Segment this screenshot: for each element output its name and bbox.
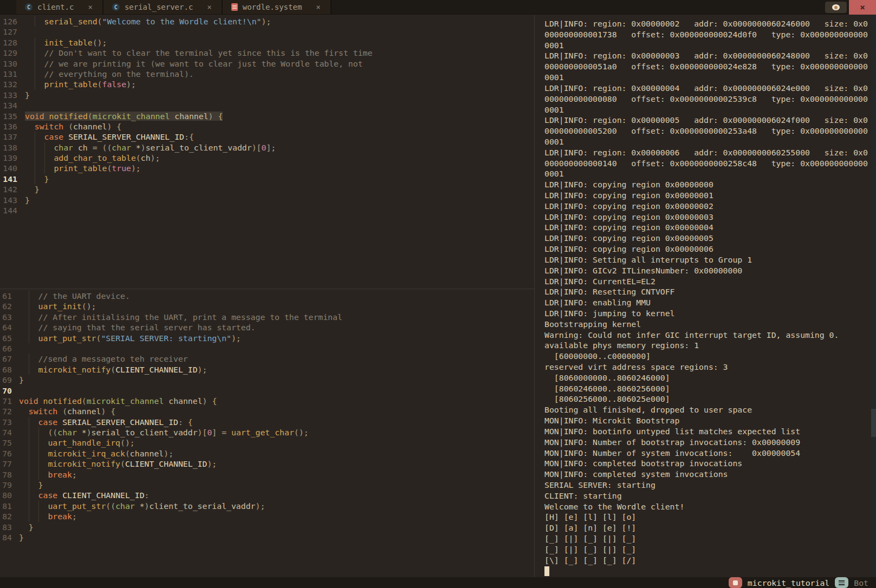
tab-close-icon[interactable]: ×	[88, 3, 92, 11]
terminal-scrollbar[interactable]	[871, 15, 876, 577]
terminal-line: LDR|INFO: copying region 0x00000006	[544, 244, 871, 254]
line-number: 61	[0, 291, 12, 301]
line-number: 137	[0, 132, 17, 142]
line-number: 72	[0, 406, 12, 416]
line-number: 136	[0, 121, 17, 132]
line-number: 74	[0, 427, 12, 437]
terminal-line: 0001	[544, 168, 871, 179]
tab-wordle.system[interactable]: wordle.system×	[223, 0, 332, 14]
code-line-128: 128init_table();	[0, 37, 534, 48]
line-number: 140	[0, 163, 17, 173]
line-number: 143	[0, 195, 17, 205]
window-close-button[interactable]: ×	[849, 0, 876, 15]
tab-serial_server.c[interactable]: Cserial_server.c×	[103, 0, 223, 14]
terminal-line: [60000000..c0000000]	[544, 351, 871, 362]
terminal-cursor	[544, 566, 549, 576]
line-number: 141	[0, 174, 17, 184]
terminal-line: MON|INFO: completed bootstrap invocation…	[544, 458, 871, 469]
code-line-72: 72switch (channel) {	[0, 406, 534, 416]
line-number: 82	[0, 511, 12, 521]
line-number: 142	[0, 184, 17, 194]
code-line-62: 62uart_init();	[0, 301, 534, 311]
terminal-line: LDR|INFO: copying region 0x00000005	[544, 233, 871, 244]
line-number: 70	[0, 386, 12, 396]
code-line-80: 80case CLIENT_CHANNEL_ID:	[0, 490, 534, 500]
terminal-line: MON|INFO: bootinfo untyped list matches …	[544, 426, 871, 437]
line-number: 128	[0, 37, 17, 48]
terminal-line: [_] [|] [_] [|] [_]	[544, 544, 871, 555]
line-number: 83	[0, 522, 12, 532]
line-number: 63	[0, 312, 12, 322]
terminal-line: SERIAL SERVER: starting	[544, 480, 871, 491]
code-line-73: 73case SERIAL_SERVER_CHANNEL_ID: {	[0, 417, 534, 427]
terminal-line: reserved virt address space regions: 3	[544, 362, 871, 373]
terminal-line: MON|INFO: Number of bootstrap invocation…	[544, 437, 871, 448]
tab-bar: Cclient.c×Cserial_server.c×wordle.system…	[0, 0, 876, 15]
tab-close-icon[interactable]: ×	[207, 3, 211, 11]
code-line-140: 140print_table(true);	[0, 163, 534, 173]
tab-label: serial_server.c	[125, 3, 193, 11]
line-number: 144	[0, 205, 17, 215]
line-number: 138	[0, 142, 17, 153]
code-line-65: 65uart_put_str("SERIAL SERVER: starting\…	[0, 333, 534, 343]
mode-label: Bot	[854, 578, 868, 587]
code-line-132: 132print_table(false);	[0, 79, 534, 89]
terminal-line: LDR|INFO: Resetting CNTVOFF	[544, 286, 871, 297]
terminal-line: 0001	[544, 72, 871, 83]
session-name: microkit_tutorial	[748, 578, 829, 587]
terminal-line: [8060000000..8060246000]	[544, 373, 871, 383]
terminal-line: [8060246000..8060256000]	[544, 383, 871, 394]
code-line-135: 135void notified(microkit_channel channe…	[0, 111, 534, 121]
code-line-64: 64// saying that the serial server has s…	[0, 322, 534, 332]
terminal-line: LDR|INFO: enabling MMU	[544, 297, 871, 308]
code-line-83: 83}	[0, 522, 534, 532]
terminal-line: LDR|INFO: copying region 0x00000001	[544, 190, 871, 201]
code-line-127: 127	[0, 27, 534, 37]
code-line-137: 137case SERIAL_SERVER_CHANNEL_ID:{	[0, 132, 534, 142]
tab-client.c[interactable]: Cclient.c×	[16, 0, 103, 14]
line-number: 73	[0, 417, 12, 427]
code-line-142: 142}	[0, 184, 534, 194]
code-line-136: 136switch (channel) {	[0, 121, 534, 132]
line-number: 139	[0, 153, 17, 163]
terminal-cursor-line	[544, 565, 871, 576]
terminal-line: LDR|INFO: region: 0x00000004 addr: 0x000…	[544, 83, 871, 94]
mode-badge-icon	[835, 577, 848, 588]
terminal-line: 0000000000051a0 offset: 0x000000000024e8…	[544, 61, 871, 72]
terminal-line: available phys memory regions: 1	[544, 340, 871, 351]
terminal-line: CLIENT: starting	[544, 491, 871, 501]
terminal-line: 0001	[544, 136, 871, 147]
code-line-81: 81uart_put_str((char *)client_to_serial_…	[0, 501, 534, 511]
terminal-line: 0001	[544, 104, 871, 115]
line-number: 62	[0, 301, 12, 311]
line-number: 81	[0, 501, 12, 511]
terminal-line: MON|INFO: Number of system invocations: …	[544, 448, 871, 459]
line-number: 130	[0, 58, 17, 69]
line-number: 68	[0, 364, 12, 375]
line-number: 77	[0, 459, 12, 469]
line-number: 71	[0, 396, 12, 406]
line-number: 78	[0, 469, 12, 480]
code-line-79: 79}	[0, 480, 534, 490]
tab-close-icon[interactable]: ×	[316, 3, 320, 11]
editor-pane-serial-server[interactable]: 61// the UART device.62uart_init();63// …	[0, 289, 534, 577]
terminal-scrollbar-thumb[interactable]	[871, 409, 876, 437]
line-number: 76	[0, 448, 12, 459]
eye-toggle-button[interactable]	[825, 2, 847, 13]
editor-pane-client[interactable]: 126serial_send("Welcome to the Wordle cl…	[0, 15, 534, 289]
line-number: 131	[0, 69, 17, 79]
code-line-131: 131// everything on the terminal).	[0, 69, 534, 79]
terminal-line: LDR|INFO: copying region 0x00000000	[544, 179, 871, 190]
terminal-line: LDR|INFO: copying region 0x00000002	[544, 201, 871, 212]
code-line-67: 67//send a messageto teh receiver	[0, 354, 534, 364]
line-number: 134	[0, 100, 17, 110]
code-line-82: 82break;	[0, 511, 534, 521]
terminal-line: Warning: Could not infer GIC interrupt t…	[544, 330, 871, 341]
terminal-line: 0001	[544, 40, 871, 51]
line-number: 66	[0, 343, 12, 354]
session-badge-icon	[729, 577, 742, 588]
terminal-line: LDR|INFO: jumping to kernel	[544, 308, 871, 319]
code-line-126: 126serial_send("Welcome to the Wordle cl…	[0, 16, 534, 27]
code-line-68: 68microkit_notify(CLIENT_CHANNEL_ID);	[0, 364, 534, 375]
terminal-pane[interactable]: LDR|INFO: region: 0x00000002 addr: 0x000…	[535, 15, 871, 577]
